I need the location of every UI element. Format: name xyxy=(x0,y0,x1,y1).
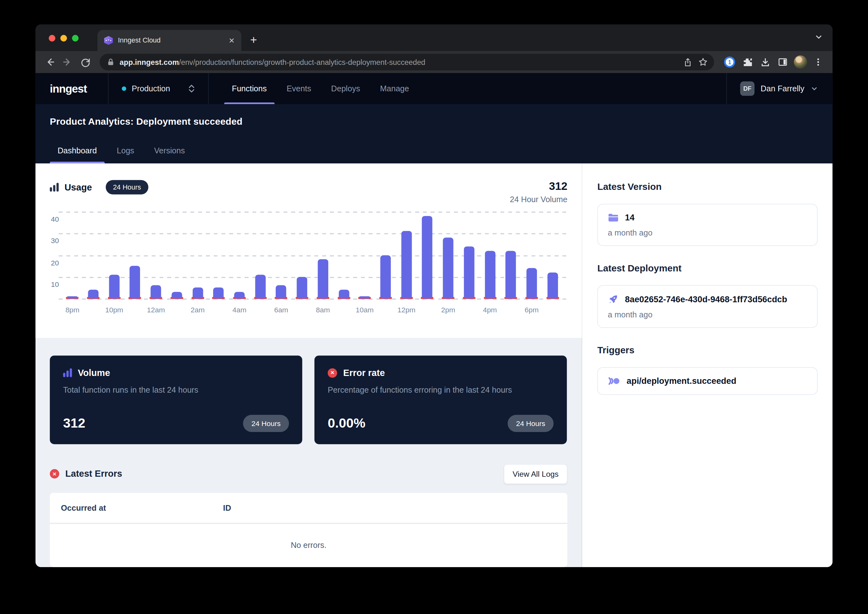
user-menu[interactable]: DF Dan Farrelly xyxy=(727,73,833,104)
bar-chart-icon xyxy=(63,368,72,377)
zoom-window-button[interactable] xyxy=(72,35,79,42)
tab-dashboard[interactable]: Dashboard xyxy=(50,146,104,163)
usage-bar xyxy=(234,292,245,298)
nav-link-functions[interactable]: Functions xyxy=(222,73,277,104)
url-text: app.inngest.com/env/production/functions… xyxy=(119,58,680,66)
browser-menu-kebab-icon[interactable] xyxy=(811,54,826,70)
error-rate-card-value: 0.00% xyxy=(328,415,366,431)
error-rate-card-description: Percentage of functions erroring in the … xyxy=(328,385,553,394)
lock-icon xyxy=(107,58,114,66)
metric-cards: Volume Total function runs in the last 2… xyxy=(50,356,567,444)
folder-icon xyxy=(608,213,618,222)
environment-status-dot xyxy=(122,86,126,91)
volume-card-badge: 24 Hours xyxy=(243,415,289,432)
trigger-event-name: api/deployment.succeeded xyxy=(626,376,736,386)
page-tabs: Dashboard Logs Versions xyxy=(50,146,197,163)
y-axis-tick-label: 40 xyxy=(51,215,59,223)
trigger-item-card[interactable]: api/deployment.succeeded xyxy=(597,367,818,395)
inngest-favicon-icon xyxy=(104,36,113,45)
tab-close-icon[interactable]: ✕ xyxy=(229,36,235,44)
latest-version-heading: Latest Version xyxy=(597,182,818,193)
nav-links: Functions Events Deploys Manage xyxy=(209,73,419,104)
view-all-logs-button[interactable]: View All Logs xyxy=(504,464,567,483)
chevron-down-icon xyxy=(811,85,818,93)
usage-chart-plot: 102030408pm10pm12am2am4am6am8am10am12pm2… xyxy=(50,211,567,322)
onepassword-extension-icon[interactable]: 1 xyxy=(722,54,738,70)
chart-gridline xyxy=(59,233,567,235)
inngest-logo[interactable]: inngest xyxy=(36,73,108,104)
forward-button[interactable] xyxy=(60,54,75,70)
error-rate-card-badge: 24 Hours xyxy=(508,415,553,432)
reload-button[interactable] xyxy=(78,54,93,70)
usage-bar xyxy=(485,251,495,298)
screenshot-stage: Inngest Cloud ✕ + app.innge xyxy=(0,0,868,614)
browser-window: Inngest Cloud ✕ + app.innge xyxy=(36,24,833,567)
usage-bar xyxy=(339,290,349,298)
x-axis-tick-label: 10am xyxy=(348,306,381,314)
usage-bar xyxy=(109,275,119,298)
x-axis-tick-label: 12pm xyxy=(390,306,423,314)
environment-label: Production xyxy=(132,84,183,93)
browser-toolbar: app.inngest.com/env/production/functions… xyxy=(36,51,833,73)
latest-deployment-card: 8ae02652-746e-430d-9468-1ff73d56cdcb a m… xyxy=(597,285,818,328)
rocket-icon xyxy=(608,294,618,305)
usage-bar xyxy=(67,296,78,298)
latest-version-card: 14 a month ago xyxy=(597,204,818,246)
bookmark-star-icon[interactable] xyxy=(695,54,711,70)
latest-errors-header: ✕ Latest Errors View All Logs xyxy=(50,464,567,483)
usage-bar xyxy=(422,216,432,298)
usage-bar xyxy=(401,231,412,298)
latest-version-value: 14 xyxy=(625,213,634,222)
tab-versions[interactable]: Versions xyxy=(146,146,192,163)
extensions-puzzle-icon[interactable] xyxy=(739,54,755,70)
x-axis-tick-label: 8pm xyxy=(56,306,89,314)
nav-link-deploys[interactable]: Deploys xyxy=(321,73,370,104)
tab-title: Inngest Cloud xyxy=(118,37,224,44)
usage-bar xyxy=(255,275,265,298)
x-axis-tick-label: 10pm xyxy=(98,306,131,314)
profile-avatar[interactable] xyxy=(793,54,808,70)
user-name: Dan Farrelly xyxy=(761,84,804,93)
new-tab-button[interactable]: + xyxy=(250,33,257,47)
nav-link-events[interactable]: Events xyxy=(277,73,321,104)
url-bar[interactable]: app.inngest.com/env/production/functions… xyxy=(100,54,714,70)
back-button[interactable] xyxy=(42,54,57,70)
environment-selector[interactable]: Production xyxy=(108,73,208,104)
side-panel-icon[interactable] xyxy=(775,54,790,70)
usage-bar xyxy=(443,238,453,298)
usage-header: Usage 24 Hours 312 24 Hour Volume xyxy=(50,180,567,204)
y-axis-tick-label: 10 xyxy=(51,280,59,288)
nav-link-manage[interactable]: Manage xyxy=(370,73,419,104)
close-window-button[interactable] xyxy=(49,35,56,42)
usage-bar xyxy=(380,255,391,298)
volume-card: Volume Total function runs in the last 2… xyxy=(50,356,302,444)
error-x-icon: ✕ xyxy=(328,368,337,378)
tab-search-chevron-icon[interactable] xyxy=(815,33,823,41)
latest-deployment-time: a month ago xyxy=(608,310,807,319)
usage-bar xyxy=(318,260,328,298)
details-sidebar: Latest Version 14 a month ago Latest Dep… xyxy=(582,163,833,567)
browser-tab[interactable]: Inngest Cloud ✕ xyxy=(98,30,242,51)
usage-section: Usage 24 Hours 312 24 Hour Volume 102030… xyxy=(36,163,582,337)
usage-total-label: 24 Hour Volume xyxy=(510,195,567,204)
downloads-icon[interactable] xyxy=(757,54,773,70)
x-axis-tick-label: 6pm xyxy=(515,306,549,314)
tab-logs[interactable]: Logs xyxy=(109,146,142,163)
url-host: app.inngest.com xyxy=(119,58,179,66)
usage-bar xyxy=(88,290,99,298)
y-axis-tick-label: 20 xyxy=(51,258,59,267)
usage-bar xyxy=(547,272,558,298)
usage-bar xyxy=(151,286,161,298)
errors-empty-message: No errors. xyxy=(50,524,567,567)
usage-bar xyxy=(464,246,474,298)
x-axis-tick-label: 2am xyxy=(181,306,214,314)
minimize-window-button[interactable] xyxy=(60,35,67,42)
error-rate-card: ✕ Error rate Percentage of functions err… xyxy=(315,356,567,444)
y-axis-tick-label: 30 xyxy=(51,237,59,245)
usage-bar xyxy=(297,277,307,298)
column-id: ID xyxy=(223,503,231,512)
volume-card-value: 312 xyxy=(63,415,85,431)
share-icon[interactable] xyxy=(680,54,695,70)
page-title: Product Analytics: Deployment succeeded xyxy=(50,116,818,127)
usage-total-value: 312 xyxy=(510,180,567,193)
